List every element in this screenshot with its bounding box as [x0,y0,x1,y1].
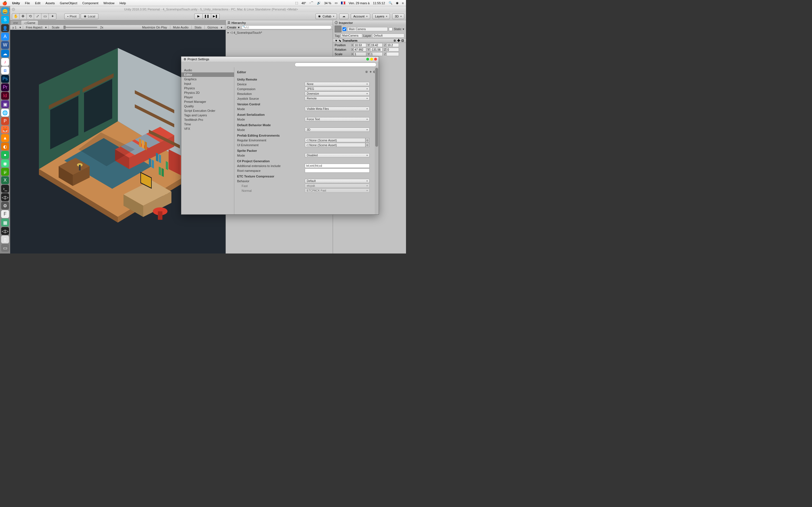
hierarchy-search[interactable]: All [241,25,332,29]
spotlight-icon[interactable]: 🔍 [389,1,393,5]
dock-app1[interactable]: ▦ [1,219,9,226]
compression-dropdown[interactable]: JPEG [305,87,370,91]
dock-photoshop[interactable]: Ps [1,75,9,83]
dock-excel[interactable]: X [1,176,9,184]
stats-toggle[interactable]: Stats [193,25,203,29]
menu-edit[interactable]: Edit [35,1,40,5]
dock-trash[interactable]: 🗑 [1,252,9,253]
regular-env-picker[interactable]: ⊙ [365,138,369,142]
dock-powerpoint[interactable]: P [1,117,9,125]
dock-utorrent[interactable]: μ [1,168,9,176]
device-dropdown[interactable]: None [305,82,370,86]
ps-cat-player[interactable]: Player [181,95,234,100]
move-tool[interactable]: ✥ [19,13,27,19]
rotate-tool[interactable]: ⟲ [27,13,34,19]
scale-slider[interactable] [63,27,97,28]
menu-file[interactable]: File [25,1,30,5]
dock-finder[interactable]: 😀 [1,7,9,15]
hierarchy-tab[interactable]: ☰ Hierarchy [226,20,333,25]
dock-firefox[interactable]: 🦊 [1,126,9,133]
layers-dropdown[interactable]: Layers [372,13,390,19]
ps-window-controls[interactable] [366,58,377,61]
scale-x[interactable] [354,52,366,56]
rotation-x[interactable] [354,48,366,52]
step-button[interactable]: ▶❚ [211,13,220,19]
menu-component[interactable]: Component [82,1,98,5]
rotation-y[interactable] [370,48,383,52]
static-checkbox[interactable] [389,27,393,31]
ui-env-field[interactable]: ◁None (Scene Asset) [305,143,365,147]
ps-cat-vfx[interactable]: VFX [181,126,234,131]
scale-z[interactable] [387,52,399,56]
dock-vlc[interactable]: ▲ [1,134,9,142]
menu-help[interactable]: Help [119,1,126,5]
ps-cat-preset[interactable]: Preset Manager [181,100,234,104]
gameobject-active-checkbox[interactable] [343,27,346,31]
dock-chrome[interactable]: 🌐 [1,109,9,117]
ps-cat-tmp[interactable]: TextMesh Pro [181,117,234,122]
ps-cat-script-execution[interactable]: Script Execution Order [181,108,234,113]
ps-help-icon[interactable]: ⛭ [365,70,368,74]
aspect-dropdown[interactable]: Free Aspect [25,25,44,29]
ps-cat-editor[interactable]: Editor [181,72,234,77]
layout-dropdown[interactable]: 3D [392,13,404,19]
dock-premiere[interactable]: Pr [1,83,9,91]
ps-cat-physics2d[interactable]: Physics 2D [181,91,234,95]
local-toggle[interactable]: ◉Local [81,13,98,19]
ps-cat-tags-layers[interactable]: Tags and Layers [181,113,234,117]
dock-app3[interactable]: ▭ [1,244,9,252]
etc-behavior-dropdown[interactable]: Default [305,179,370,183]
cloud-button[interactable]: ☁ [339,13,349,19]
input-flag-icon[interactable] [341,1,345,4]
ps-cat-input[interactable]: Input [181,81,234,86]
collab-button[interactable]: ◉Collab [315,13,337,19]
rotation-z[interactable] [387,48,399,52]
app-menu[interactable]: Unity [12,1,20,5]
ps-scrollbar[interactable] [375,67,378,214]
hierarchy-create[interactable]: Create [227,25,236,29]
scale-tool[interactable]: ⤢ [34,13,42,19]
tag-dropdown[interactable]: MainCamera [341,34,362,38]
menu-gameobject[interactable]: GameObject [60,1,77,5]
project-settings-titlebar[interactable]: ⚙ Project Settings [181,57,378,62]
tab-game[interactable]: ◁ Game [21,20,39,25]
dock-contacts[interactable]: 👤 [1,24,9,32]
dock-skype[interactable]: S [1,16,9,24]
position-y[interactable] [370,43,383,47]
scale-y[interactable] [370,52,383,56]
ps-cat-audio[interactable]: Audio [181,68,234,72]
dock-word[interactable]: W [1,41,9,49]
joystick-dropdown[interactable]: Remote [305,96,370,101]
dock-android[interactable]: ◉ [1,159,9,167]
dock-appstore[interactable]: A [1,33,9,41]
hand-tool[interactable]: ✋ [12,13,19,19]
dock-blender[interactable]: ◐ [1,143,9,151]
ps-cat-graphics[interactable]: Graphics [181,77,234,81]
csharp-root-input[interactable] [305,168,370,173]
dock-onedrive[interactable]: ☁ [1,50,9,57]
resolution-dropdown[interactable]: Downsize [305,92,370,96]
dock-spotify[interactable]: ● [1,151,9,159]
play-button[interactable]: ▶ [194,13,203,19]
hierarchy-scene-item[interactable]: ▸ ◁ 4_SceneInputTouch* [227,31,331,35]
inspector-tab[interactable]: ⓘ Inspector [333,20,406,25]
ps-cat-quality[interactable]: Quality [181,104,234,108]
maximize-toggle[interactable]: Maximize On Play [141,25,168,29]
dock-settings[interactable]: ⚙ [1,202,9,210]
wifi-icon[interactable]: ◦⏜ [310,1,313,5]
transform-component-header[interactable]: ▼ ⬊ Transform⛭ ✦ ⚙ [333,38,406,43]
rect-tool[interactable]: ▭ [42,13,49,19]
siri-icon[interactable]: ◉ [396,1,399,5]
dock-font[interactable]: F [1,210,9,218]
as-mode-dropdown[interactable]: Force Text [305,117,370,121]
tab-scene[interactable]: ene [10,20,21,25]
gameobject-name-field[interactable]: Main Camera [347,27,388,31]
ui-env-picker[interactable]: ⊙ [365,143,369,147]
dock-app2[interactable]: ▯ [1,235,9,243]
transform-tool[interactable]: ✦ [49,13,56,19]
dock-terminal[interactable]: ›_ [1,185,9,193]
dock-music[interactable]: ♪ [1,58,9,66]
volume-icon[interactable]: 🔊 [317,1,321,5]
ps-preset-icon[interactable]: ✦ [369,70,372,74]
dock-vstudio[interactable]: ▣ [1,100,9,108]
